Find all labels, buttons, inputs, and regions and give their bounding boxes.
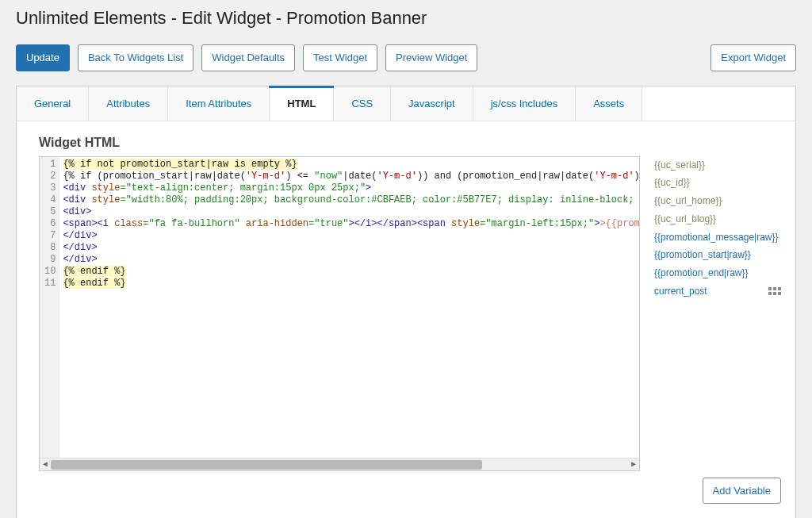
grid-icon[interactable]: [768, 287, 781, 295]
tabs: General Attributes Item Attributes HTML …: [17, 86, 795, 121]
update-button[interactable]: Update: [16, 44, 70, 71]
scroll-right-arrow[interactable]: ►: [628, 459, 639, 470]
variable-item[interactable]: {{promotion_end|raw}}: [654, 264, 781, 282]
tab-assets[interactable]: Assets: [576, 86, 642, 121]
preview-widget-button[interactable]: Preview Widget: [385, 44, 477, 71]
code-editor[interactable]: 1234567891011 {% if not promotion_start|…: [39, 156, 640, 471]
variable-item[interactable]: {{uc_url_home}}: [654, 192, 781, 210]
section-title: Widget HTML: [39, 136, 781, 150]
scroll-thumb[interactable]: [51, 460, 482, 470]
add-variable-button[interactable]: Add Variable: [703, 478, 781, 505]
variables-sidebar: {{uc_serial}} {{uc_id}} {{uc_url_home}} …: [654, 156, 781, 301]
main-toolbar: Update Back To Widgets List Widget Defau…: [16, 44, 796, 71]
variable-item[interactable]: {{uc_url_blog}}: [654, 210, 781, 228]
line-gutter: 1234567891011: [40, 157, 59, 458]
tab-general[interactable]: General: [17, 86, 89, 121]
variable-item[interactable]: {{promotional_message|raw}}: [654, 228, 781, 247]
page-title: Unlimited Elements - Edit Widget - Promo…: [16, 8, 796, 29]
tab-item-attributes[interactable]: Item Attributes: [168, 86, 270, 121]
code-content[interactable]: {% if not promotion_start|raw is empty %…: [59, 157, 639, 458]
variable-item[interactable]: {{promotion_start|raw}}: [654, 246, 781, 264]
tabs-panel: General Attributes Item Attributes HTML …: [16, 86, 796, 519]
export-widget-button[interactable]: Export Widget: [710, 44, 796, 71]
test-widget-button[interactable]: Test Widget: [303, 44, 377, 71]
back-to-list-button[interactable]: Back To Widgets List: [78, 44, 193, 71]
tab-jscss-includes[interactable]: js/css Includes: [473, 86, 576, 121]
horizontal-scrollbar[interactable]: ◄ ►: [40, 458, 639, 470]
tab-attributes[interactable]: Attributes: [89, 86, 168, 121]
tab-javascript[interactable]: Javascript: [391, 86, 473, 121]
variable-item[interactable]: {{uc_serial}}: [654, 156, 781, 175]
tab-css[interactable]: CSS: [334, 86, 391, 121]
widget-defaults-button[interactable]: Widget Defaults: [201, 44, 295, 71]
variable-item[interactable]: {{uc_id}}: [654, 174, 781, 192]
current-post-link[interactable]: current_post: [654, 282, 707, 301]
tab-html[interactable]: HTML: [270, 86, 334, 121]
scroll-left-arrow[interactable]: ◄: [40, 459, 51, 470]
